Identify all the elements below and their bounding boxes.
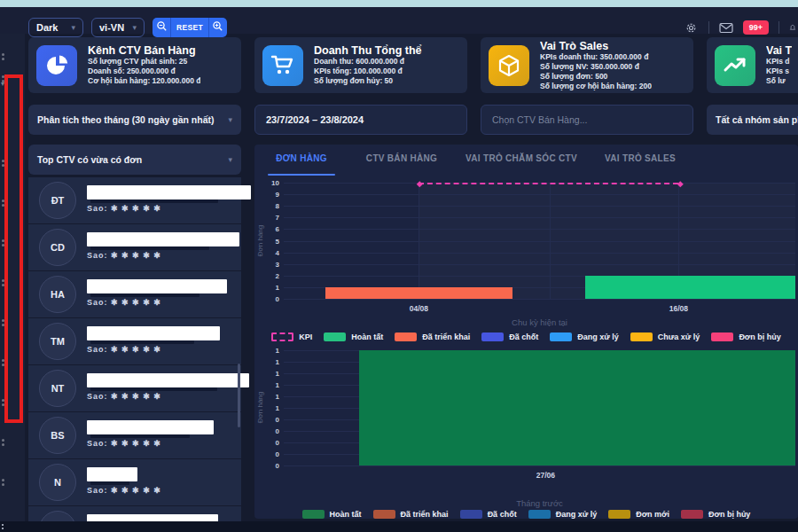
x-axis-tick-label: 16/08: [669, 304, 688, 313]
y-axis-tick-label: 1: [256, 283, 279, 291]
name-redaction-mask: [87, 467, 137, 481]
date-range-input[interactable]: 23/7/2024 – 23/8/2024: [254, 105, 467, 135]
kpi-card-line: Số lượng đơn: 500: [540, 72, 652, 82]
ctv-list-item[interactable]: BSSao: ✱ ✱ ✱ ✱ ✱: [28, 412, 241, 458]
sidebar-glyph: [2, 160, 4, 162]
chevron-down-icon: ▾: [228, 155, 232, 164]
name-text-peek: [90, 434, 190, 438]
collapsed-sidebar-strip[interactable]: ▾: [0, 34, 25, 521]
theme-select[interactable]: Dark ▾: [28, 18, 83, 37]
y-axis-tick-label: 3: [256, 260, 279, 268]
y-axis-tick-label: 1: [256, 381, 279, 389]
magnifier-minus-icon: [156, 20, 168, 35]
legend-label: Đơn mới: [636, 510, 669, 519]
top-ctv-select[interactable]: Top CTV có vừa có đơn ▾: [28, 145, 241, 175]
legend-label: Đơn bị hủy: [739, 332, 780, 341]
legend-item: Đã chốt: [460, 510, 517, 519]
bar-Hoàn tất: [359, 350, 795, 466]
legend-item: Đơn bị hủy: [681, 510, 750, 519]
ctv-list-item[interactable]: CDSao: ✱ ✱ ✱ ✱ ✱: [28, 224, 241, 270]
sidebar-glyph: [2, 58, 4, 60]
ctv-list-item[interactable]: ĐTSao: ✱ ✱ ✱ ✱ ✱: [28, 177, 241, 223]
product-group-select[interactable]: Tất cả nhóm sản phẩm ▾: [707, 105, 798, 135]
legend-item: Hoàn tất: [302, 510, 362, 519]
sidebar-glyph: [2, 53, 4, 56]
period-analysis-select[interactable]: Phân tích theo tháng (30 ngày gần nhất) …: [28, 105, 241, 135]
legend-label: Đã triển khai: [401, 510, 449, 519]
zoom-in-search-button[interactable]: [208, 18, 227, 37]
legend-item: Đơn mới: [608, 510, 669, 519]
tab-vai-tro-cham-soc-ctv[interactable]: VAI TRÒ CHĂM SÓC CTV: [464, 153, 579, 163]
current-cycle-legend: KPIHoàn tấtĐã triển khaiĐã chốtĐang xử l…: [254, 332, 798, 341]
legend-swatch: [630, 332, 653, 341]
current-cycle-caption: Chu kỳ hiện tại: [284, 317, 795, 327]
top-ctv-select-value: Top CTV có vừa có đơn: [37, 154, 142, 165]
notification-count-badge[interactable]: 99+: [743, 20, 769, 35]
y-axis-tick-label: 7: [256, 214, 279, 222]
ctv-search-input[interactable]: Chọn CTV Bán Hàng...: [481, 105, 693, 135]
dot: [2, 524, 4, 526]
charts-panel: ĐƠN HÀNGCTV BÁN HÀNGVAI TRÒ CHĂM SÓC CTV…: [254, 145, 798, 519]
theme-select-value: Dark: [36, 22, 58, 33]
dot: [2, 528, 4, 529]
gridline-horizontal: [284, 229, 795, 230]
legend-swatch: [395, 332, 417, 341]
legend-item: Đơn bị hủy: [711, 332, 780, 341]
legend-label: Chưa xử lý: [658, 332, 700, 341]
legend-swatch: [271, 332, 293, 341]
ctv-list-item[interactable]: HASao: ✱ ✱ ✱ ✱ ✱: [28, 271, 241, 317]
kpi-card-line: KPIs d: [766, 57, 792, 66]
sidebar-glyph: [2, 204, 4, 207]
tab-vai-tro-sales[interactable]: VAI TRÒ SALES: [583, 153, 698, 163]
legend-item: Đã chốt: [481, 332, 538, 341]
date-range-value: 23/7/2024 – 23/8/2024: [266, 114, 364, 125]
y-axis-tick-label: 2: [256, 271, 279, 279]
reset-button[interactable]: RESET: [170, 18, 208, 37]
avatar: ĐT: [39, 182, 76, 219]
sidebar-glyph: [2, 403, 4, 406]
legend-swatch: [711, 332, 733, 341]
kpi-card-line: Số lư: [766, 76, 792, 86]
avatar: NT: [39, 370, 76, 407]
x-axis-tick-label: 04/08: [410, 304, 428, 313]
avatar: N: [39, 464, 76, 501]
kpi-card: Vai TKPIs dKPIs sSố lư: [707, 37, 798, 93]
y-axis-tick-label: 0: [256, 439, 279, 447]
mail-icon[interactable]: [719, 20, 733, 35]
kpi-card-line: Số lượng đơn hủy: 50: [314, 76, 422, 86]
bottom-edge-bar: [0, 521, 798, 532]
product-select-value: Tất cả nhóm sản phẩm: [716, 114, 798, 125]
kpi-card-title: Kênh CTV Bán Hàng: [88, 44, 200, 57]
legend-label: Đơn bị hủy: [708, 510, 750, 519]
name-text-peek: [90, 387, 217, 391]
sidebar-glyph: [2, 244, 4, 246]
active-tab-underline: [268, 174, 335, 176]
y-axis-tick-label: 1: [256, 370, 279, 378]
locale-select[interactable]: vi-VN ▾: [91, 18, 145, 37]
legend-label: Hoàn tất: [330, 510, 362, 519]
kpi-card-title: Doanh Thu Tổng thể: [314, 44, 422, 57]
settings-gear-icon[interactable]: [685, 20, 699, 35]
ctv-list-item[interactable]: TMSao: ✱ ✱ ✱ ✱ ✱: [28, 318, 241, 364]
legend-swatch: [481, 332, 504, 341]
chevron-down-icon: ▾: [1, 80, 4, 88]
ctv-list-item[interactable]: NTSao: ✱ ✱ ✱ ✱ ✱: [28, 365, 241, 411]
tab-ctv-ban-hang[interactable]: CTV BÁN HÀNG: [344, 153, 459, 163]
chevron-down-icon: ▾: [71, 23, 75, 32]
list-scrollbar[interactable]: [238, 364, 240, 427]
ctv-list-item[interactable]: NSao: ✱ ✱ ✱ ✱ ✱: [28, 459, 241, 505]
tab-don-hang[interactable]: ĐƠN HÀNG: [244, 153, 359, 163]
bell-icon[interactable]: [789, 20, 796, 35]
previous-month-caption: Tháng trước: [284, 498, 795, 508]
gridline-horizontal: [284, 253, 795, 254]
zoom-out-search-button[interactable]: [153, 18, 170, 37]
bar-Đã triển khai: [325, 287, 513, 299]
kpi-card-text: Doanh Thu Tổng thểDoanh thu: 600.000.000…: [314, 44, 422, 86]
avatar: CD: [39, 229, 76, 266]
name-redaction-mask: [87, 185, 251, 200]
chevron-down-icon: ▾: [132, 23, 137, 32]
y-axis-label: Đơn hàng: [256, 392, 264, 424]
kpi-card-text: Kênh CTV Bán HàngSố lượng CTV phát sinh:…: [88, 44, 200, 86]
legend-label: Đang xử lý: [577, 332, 619, 341]
period-select-value: Phân tích theo tháng (30 ngày gần nhất): [37, 114, 215, 125]
